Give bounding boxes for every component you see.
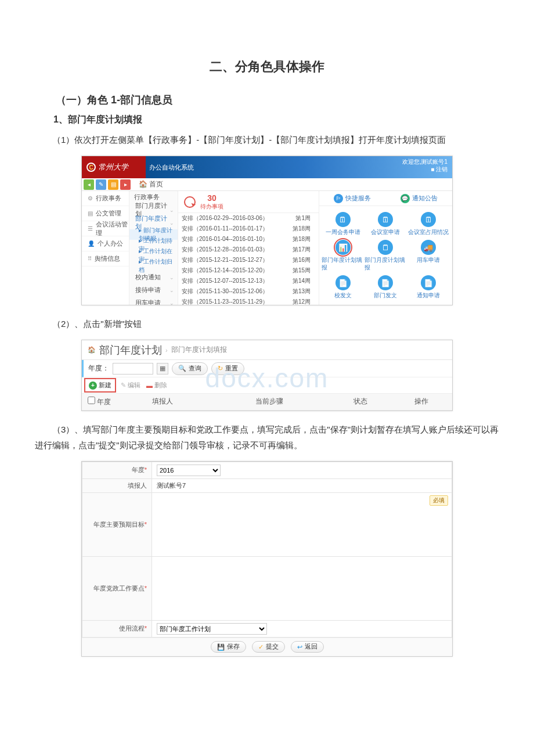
tab-icon: 💬 <box>400 194 410 203</box>
screenshot-form: 年度*2016填报人测试帐号7年度主要预期目标*必填年度党政工作要点*使用流程*… <box>81 461 453 657</box>
quick-item[interactable]: 🚚用车申请 <box>407 240 450 272</box>
quick-icon: 🗒 <box>378 240 393 255</box>
quick-icon: 🗓 <box>335 212 351 227</box>
quick-icon: 🗓 <box>378 212 393 227</box>
form-field-cell: 2016 <box>152 462 452 478</box>
chevron-down-icon: ⌄ <box>169 275 174 280</box>
quick-tab[interactable]: 🏳快捷服务 <box>319 194 386 203</box>
logout-link[interactable]: ■ 注销 <box>402 165 448 173</box>
screenshot-list-page: docx.com 🏠 部门年度计划 › 部门年度计划填报 年度： ▦ 🔍查询 ↻… <box>81 340 453 411</box>
nav2-subitem[interactable]: ▸ 工作计划归档 <box>129 261 178 271</box>
form-field-cell: 部门年度工作计划 <box>152 620 452 637</box>
quick-tab[interactable]: 💬通知公告 <box>386 194 453 203</box>
list-row[interactable]: 安排（2016-01-11--2016-01-17）第18周 <box>178 224 319 234</box>
quick-item[interactable]: 📄部门发文 <box>365 275 407 300</box>
quick-icon: 📄 <box>335 275 351 290</box>
reset-button[interactable]: ↻重置 <box>211 362 244 375</box>
calendar-icon[interactable]: ▦ <box>157 363 168 375</box>
toolbar-btn-green[interactable]: ◂ <box>84 179 94 190</box>
quick-panel: 🏳快捷服务💬通知公告 🗓一周会务申请🗓会议室申请🗓会议室占用情况📊部门年度计划填… <box>319 191 452 305</box>
list-row[interactable]: 安排（2016-02-29--2016-03-06）第1周 <box>178 213 319 224</box>
quick-label: 部门年度计划填报 <box>322 257 365 272</box>
plus-icon: + <box>89 381 97 390</box>
form-field-cell[interactable]: 必填 <box>152 492 452 556</box>
edit-button[interactable]: ✎编辑 <box>121 381 140 390</box>
nav-label: 行政事务 <box>96 194 121 203</box>
list-row[interactable]: 安排（2015-12-07--2015-12-13）第14周 <box>178 276 319 286</box>
col-header: 年度 <box>82 394 117 410</box>
form-field-cell: 测试帐号7 <box>152 478 452 492</box>
quick-item[interactable]: 📄通知申请 <box>407 275 450 300</box>
query-button[interactable]: 🔍查询 <box>172 362 208 375</box>
form-label: 年度党政工作要点* <box>82 556 152 620</box>
nav2-item[interactable]: 用车申请⌄ <box>129 297 178 305</box>
nav1-item[interactable]: ▤公文管理 <box>82 206 129 221</box>
home-icon[interactable]: 🏠 <box>88 346 96 354</box>
year-select[interactable]: 2016 <box>157 465 221 476</box>
list-row[interactable]: 安排（2015-11-30--2015-12-06）第13周 <box>178 286 319 297</box>
list-row[interactable]: 安排（2015-12-21--2015-12-27）第16周 <box>178 255 319 265</box>
subsection-heading: 1、部门年度计划填报 <box>35 114 499 126</box>
secondary-nav: 行政事务部门月度计划⌄部门年度计划⌄▸ 部门年度计划填报▸ 工作计划待审▸ 工作… <box>129 191 178 305</box>
quick-item[interactable]: 🗓会议室申请 <box>365 212 407 236</box>
quick-label: 一周会务申请 <box>326 229 360 236</box>
btn-icon: ↩ <box>297 643 302 650</box>
quick-label: 部门月度计划填报 <box>365 257 407 272</box>
select-all-checkbox[interactable] <box>88 397 95 404</box>
保存-button[interactable]: 💾保存 <box>211 641 246 653</box>
quick-label: 会议室申请 <box>371 229 400 236</box>
system-name: 办公自动化系统 <box>149 163 194 172</box>
form-label: 使用流程* <box>82 620 152 637</box>
list-row[interactable]: 安排（2015-12-28--2016-01-03）第17周 <box>178 244 319 255</box>
quick-item[interactable]: 🗓一周会务申请 <box>322 212 365 236</box>
year-input[interactable] <box>113 363 153 375</box>
form-field-cell[interactable] <box>152 556 452 620</box>
col-header: 操作 <box>391 394 452 410</box>
todo-header[interactable]: 30 待办事项 <box>178 191 319 213</box>
col-header: 填报人 <box>117 394 208 410</box>
chevron-down-icon: ⌄ <box>169 287 174 293</box>
quick-item[interactable]: 🗒部门月度计划填报 <box>365 240 407 272</box>
quick-icon: 🚚 <box>421 240 436 255</box>
toolbar-btn-red[interactable]: ▸ <box>120 179 131 190</box>
quick-grid: 🗓一周会务申请🗓会议室申请🗓会议室占用情况📊部门年度计划填报🗒部门月度计划填报🚚… <box>319 206 452 305</box>
nav1-item[interactable]: ⠿舆情信息 <box>82 251 129 267</box>
chevron-down-icon: ⌄ <box>169 207 174 213</box>
nav1-item[interactable]: ⚙行政事务 <box>82 191 129 206</box>
list-row[interactable]: 安排（2015-11-23--2015-11-29）第12周 <box>178 297 319 305</box>
nav1-item[interactable]: 👤个人办公 <box>82 236 129 251</box>
quick-item[interactable]: 📊部门年度计划填报 <box>322 240 365 272</box>
form-label: 年度主要预期目标* <box>82 492 152 556</box>
list-row[interactable]: 安排（2016-01-04--2016-01-10）第18周 <box>178 234 319 244</box>
user-info: 欢迎您,测试账号1 ■ 注销 <box>402 158 448 173</box>
quick-icon: 📄 <box>378 275 393 290</box>
delete-button[interactable]: ▬删除 <box>146 381 167 390</box>
delete-icon: ▬ <box>146 382 153 389</box>
chevron-down-icon: ⌄ <box>169 300 174 305</box>
nav2-item[interactable]: 接待申请⌄ <box>129 284 178 297</box>
year-label: 年度： <box>88 363 109 373</box>
nav-icon: ▤ <box>88 210 93 217</box>
list-row[interactable]: 安排（2015-12-14--2015-12-20）第15周 <box>178 265 319 276</box>
paragraph-step3: （3）、填写部门年度主要预期目标和党政工作要点，填写完成后，点击"保存"则计划暂… <box>35 422 499 453</box>
nav-icon: ⠿ <box>88 255 92 262</box>
flow-select[interactable]: 部门年度工作计划 <box>157 623 267 635</box>
quick-icon: 🗓 <box>421 212 436 227</box>
提交-button[interactable]: ✓提交 <box>252 641 285 653</box>
quick-label: 用车申请 <box>417 257 440 264</box>
quick-item[interactable]: 📄校发文 <box>322 275 365 300</box>
quick-item[interactable]: 🗓会议室占用情况 <box>407 212 450 236</box>
quick-label: 校发文 <box>334 292 352 300</box>
new-button[interactable]: +新建 <box>85 379 115 391</box>
quick-label: 通知申请 <box>417 292 440 300</box>
data-table: 年度填报人当前步骤状态操作 <box>82 394 452 411</box>
toolbar-btn-orange[interactable]: ▤ <box>108 179 118 190</box>
breadcrumb-main: 部门年度计划 <box>99 343 162 357</box>
app-banner: C常州大学 办公自动化系统 欢迎您,测试账号1 ■ 注销 <box>82 156 452 178</box>
home-tab[interactable]: 🏠 首页 <box>139 179 163 189</box>
nav-label: 舆情信息 <box>95 254 120 263</box>
toolbar-btn-blue[interactable]: ✎ <box>96 179 106 190</box>
返回-button[interactable]: ↩返回 <box>291 641 324 653</box>
nav1-item[interactable]: ☰会议活动管理 <box>82 221 129 236</box>
col-header: 当前步骤 <box>208 394 330 410</box>
